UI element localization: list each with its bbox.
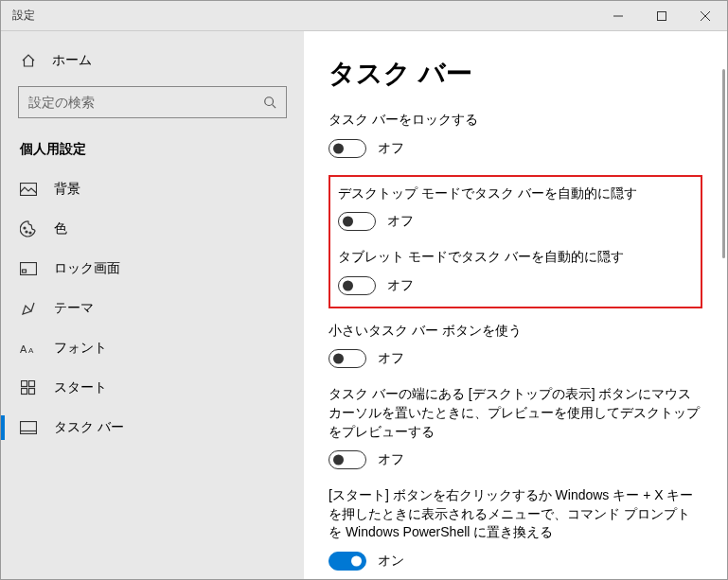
sidebar-item-label: スタート: [54, 379, 107, 396]
toggle-powershell-replace[interactable]: [328, 552, 366, 571]
toggle-state: オフ: [387, 277, 414, 294]
svg-text:A: A: [20, 343, 27, 355]
sidebar-item-taskbar[interactable]: タスク バー: [1, 408, 304, 448]
font-icon: AA: [20, 340, 37, 357]
maximize-button[interactable]: [640, 1, 684, 31]
toggle-autohide-tablet[interactable]: [338, 276, 376, 295]
toggle-lock-taskbar[interactable]: [328, 139, 366, 158]
sidebar-item-colors[interactable]: 色: [1, 209, 304, 249]
content-pane: タスク バー タスク バーをロックする オフ デスクトップ モードでタスク バー…: [304, 31, 727, 579]
toggle-state: オフ: [378, 350, 404, 367]
sidebar-item-fonts[interactable]: AA フォント: [1, 328, 304, 368]
setting-label: タブレット モードでタスク バーを自動的に隠す: [338, 248, 689, 267]
svg-rect-7: [23, 270, 27, 272]
setting-powershell-replace: [スタート] ボタンを右クリックするか Windows キー + X キーを押し…: [328, 486, 702, 571]
svg-rect-14: [21, 422, 37, 434]
taskbar-icon: [20, 419, 37, 436]
sidebar-item-background[interactable]: 背景: [1, 169, 304, 209]
sidebar-item-label: テーマ: [54, 300, 94, 317]
titlebar: 設定: [1, 1, 727, 31]
settings-window: 設定 ホーム: [0, 0, 728, 580]
sidebar-item-lockscreen[interactable]: ロック画面: [1, 249, 304, 289]
highlight-annotation: デスクトップ モードでタスク バーを自動的に隠す オフ タブレット モードでタス…: [328, 175, 702, 308]
svg-text:A: A: [28, 346, 34, 355]
sidebar: ホーム 個人用設定 背景: [1, 31, 304, 579]
svg-point-1: [265, 97, 274, 106]
nav-list: 背景 色 ロック画面: [1, 169, 304, 448]
toggle-peek-desktop[interactable]: [328, 450, 366, 469]
toggle-state: オフ: [378, 140, 404, 157]
minimize-button[interactable]: [596, 1, 640, 31]
search-input[interactable]: [19, 95, 254, 110]
lockscreen-icon: [20, 260, 37, 277]
setting-label: タスク バーをロックする: [328, 111, 702, 130]
setting-label: デスクトップ モードでタスク バーを自動的に隠す: [338, 185, 689, 203]
svg-rect-10: [22, 381, 27, 387]
svg-point-4: [26, 231, 27, 233]
sidebar-item-label: ロック画面: [54, 260, 120, 277]
toggle-state: オフ: [378, 451, 404, 468]
home-link[interactable]: ホーム: [1, 44, 304, 77]
svg-rect-12: [22, 389, 27, 395]
window-title: 設定: [1, 8, 596, 24]
sidebar-item-label: タスク バー: [54, 419, 124, 436]
search-icon[interactable]: [254, 96, 286, 109]
sidebar-item-themes[interactable]: テーマ: [1, 289, 304, 328]
theme-icon: [20, 300, 37, 317]
setting-autohide-desktop: デスクトップ モードでタスク バーを自動的に隠す オフ: [338, 185, 689, 232]
scrollbar-thumb[interactable]: [722, 69, 725, 258]
setting-autohide-tablet: タブレット モードでタスク バーを自動的に隠す オフ: [338, 248, 689, 295]
home-icon: [20, 53, 37, 68]
svg-rect-0: [658, 11, 666, 20]
body-area: ホーム 個人用設定 背景: [1, 31, 727, 579]
search-box[interactable]: [18, 86, 287, 118]
close-button[interactable]: [684, 1, 727, 31]
setting-label: [スタート] ボタンを右クリックするか Windows キー + X キーを押し…: [328, 486, 702, 542]
setting-label: タスク バーの端にある [デスクトップの表示] ボタンにマウス カーソルを置いた…: [328, 385, 702, 441]
page-title: タスク バー: [328, 56, 702, 92]
svg-rect-13: [29, 389, 35, 395]
picture-icon: [20, 181, 37, 198]
sidebar-item-label: フォント: [54, 340, 107, 357]
svg-point-3: [24, 227, 26, 229]
sidebar-item-label: 色: [54, 220, 67, 237]
setting-small-buttons: 小さいタスク バー ボタンを使う オフ: [328, 322, 702, 369]
section-label: 個人用設定: [1, 135, 304, 169]
sidebar-item-label: 背景: [54, 181, 80, 198]
start-icon: [20, 379, 37, 396]
setting-peek-desktop: タスク バーの端にある [デスクトップの表示] ボタンにマウス カーソルを置いた…: [328, 385, 702, 469]
svg-rect-11: [29, 381, 35, 387]
toggle-small-buttons[interactable]: [328, 349, 366, 368]
palette-icon: [20, 220, 37, 237]
home-label: ホーム: [52, 52, 92, 69]
svg-point-5: [29, 232, 31, 234]
window-controls: [596, 1, 727, 31]
toggle-autohide-desktop[interactable]: [338, 212, 376, 231]
toggle-state: オフ: [387, 213, 414, 230]
sidebar-item-start[interactable]: スタート: [1, 368, 304, 408]
setting-label: 小さいタスク バー ボタンを使う: [328, 322, 702, 341]
toggle-state: オン: [378, 553, 404, 570]
setting-lock-taskbar: タスク バーをロックする オフ: [328, 111, 702, 158]
